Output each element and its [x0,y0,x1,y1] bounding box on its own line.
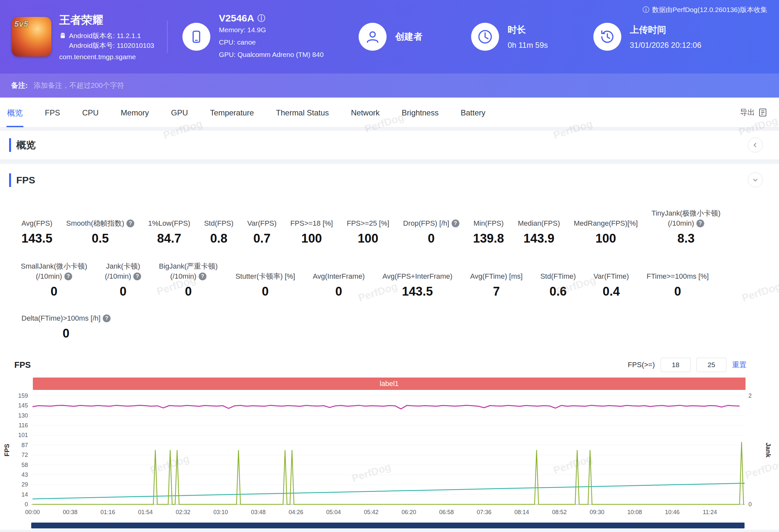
svg-text:2: 2 [748,393,752,399]
metric-cell: Avg(FTime) [ms]7 [470,260,523,299]
metric-cell: Std(FTime)0.6 [540,260,576,299]
help-icon[interactable]: ? [133,273,141,280]
android-version-name: Android版本名: 11.2.1.1 [69,31,141,41]
svg-text:09:30: 09:30 [590,509,604,516]
metric-label: TinyJank(极微小卡顿)(/10min)? [652,208,720,228]
fps-threshold-input-2[interactable] [697,358,726,372]
app-package: com.tencent.tmgp.sgame [59,53,154,61]
metric-value: 143.5 [21,232,52,245]
svg-text:11:24: 11:24 [703,509,717,516]
metric-cell: FPS>=25 [%]100 [347,208,389,245]
collect-info: ⓘ 数据由PerfDog(12.0.260136)版本收集 [643,5,767,14]
metric-value: 143.5 [382,285,452,299]
svg-text:00:00: 00:00 [25,509,40,516]
upload-time-value: 31/01/2026 20:12:06 [630,41,701,50]
metric-cell: Smooth(稳帧指数)?0.5 [66,208,134,245]
svg-text:72: 72 [21,452,28,458]
metric-value: 143.9 [518,232,560,245]
metric-label: Std(FTime) [540,260,576,281]
metric-value: 0 [159,285,218,299]
duration-label: 时长 [507,24,548,36]
tab-battery[interactable]: Battery [460,99,486,126]
reset-button[interactable]: 重置 [732,360,746,370]
export-button[interactable]: 导出 [740,107,767,117]
export-icon [758,108,767,117]
metric-value: 7 [470,285,523,299]
metric-cell: MedRange(FPS)[%]100 [574,208,638,245]
svg-text:00:38: 00:38 [63,509,77,516]
svg-text:05:42: 05:42 [364,509,378,516]
phone-icon [182,23,211,51]
help-icon[interactable]: ? [126,220,134,227]
tab-fps[interactable]: FPS [44,99,61,126]
metric-value: 100 [347,232,389,245]
svg-text:08:52: 08:52 [552,509,567,516]
tab-gpu[interactable]: GPU [170,99,189,126]
metric-cell: Min(FPS)139.8 [473,208,504,245]
metric-value: 0 [403,232,460,245]
remark-bar[interactable]: 备注: 添加备注，不超过200个字符 [0,73,779,98]
creator-block: 创建者 [359,23,422,51]
android-version-code: Android版本号: 1102010103 [69,41,154,50]
chart-range-scrollbar[interactable] [31,523,744,528]
svg-text:05:04: 05:04 [326,509,341,516]
svg-text:10:08: 10:08 [627,509,642,516]
help-icon[interactable]: ? [103,314,111,322]
help-icon[interactable]: ? [199,273,206,280]
tab-overview[interactable]: 概览 [6,98,23,127]
metric-value: 0 [21,285,87,299]
overview-section-title: 概览 [16,138,36,152]
help-icon[interactable]: ? [697,220,704,227]
fps-threshold-input-1[interactable] [661,358,691,372]
svg-text:101: 101 [18,432,28,438]
svg-text:03:10: 03:10 [213,509,228,516]
export-label: 导出 [740,107,755,117]
upload-time-label: 上传时间 [630,24,701,36]
metric-label: FPS>=18 [%] [290,208,333,228]
metric-cell: Jank(卡顿)(/10min)?0 [105,260,141,299]
svg-text:0: 0 [748,501,752,508]
section-nav: 概览FPSCPUMemoryGPUTemperatureThermal Stat… [0,98,779,127]
metric-value: 100 [574,232,638,245]
tab-memory[interactable]: Memory [120,99,149,126]
metric-cell: Avg(InterFrame)0 [313,260,365,299]
tab-network[interactable]: Network [351,99,380,126]
metric-value: 0.6 [540,285,576,299]
clock-icon [471,23,499,51]
metric-cell: 1%Low(FPS)84.7 [148,208,190,245]
metric-label: Avg(FTime) [ms] [470,260,523,281]
chart-title: FPS [14,360,31,370]
svg-text:04:26: 04:26 [289,509,303,516]
info-icon[interactable]: ⓘ [643,5,649,14]
svg-text:87: 87 [21,442,28,449]
svg-text:06:20: 06:20 [402,509,416,516]
svg-text:145: 145 [18,402,28,409]
info-icon[interactable]: ⓘ [257,13,265,23]
metric-cell: Var(FTime)0.4 [594,260,629,299]
metric-value: 0 [21,327,111,341]
tab-cpu[interactable]: CPU [81,99,100,126]
metric-value: 8.3 [652,232,720,245]
metric-cell: Delta(FTime)>100ms [/h]?0 [21,313,111,341]
metrics-row-1: Avg(FPS)143.5Smooth(稳帧指数)?0.51%Low(FPS)8… [0,208,779,245]
metric-label: Jank(卡顿)(/10min)? [105,260,141,281]
metric-label: Delta(FTime)>100ms [/h]? [21,313,111,323]
metric-value: 0 [235,285,295,299]
tab-temperature[interactable]: Temperature [209,99,254,126]
fps-collapse-button[interactable] [748,172,763,187]
tab-thermal-status[interactable]: Thermal Status [276,99,330,126]
creator-label: 创建者 [395,31,422,43]
overview-collapse-button[interactable] [748,137,763,153]
fps-section-title: FPS [16,175,35,186]
tab-brightness[interactable]: Brightness [401,99,439,126]
help-icon[interactable]: ? [64,273,72,280]
help-icon[interactable]: ? [452,220,460,227]
svg-text:01:16: 01:16 [101,509,115,516]
metric-cell: FPS>=18 [%]100 [290,208,333,245]
svg-text:43: 43 [21,472,28,478]
metric-label: Avg(FPS+InterFrame) [382,260,452,281]
metric-label: 1%Low(FPS) [148,208,190,228]
svg-text:130: 130 [18,412,28,419]
metric-cell: Stutter(卡顿率) [%]0 [235,260,295,299]
metric-label: Smooth(稳帧指数)? [66,208,134,228]
